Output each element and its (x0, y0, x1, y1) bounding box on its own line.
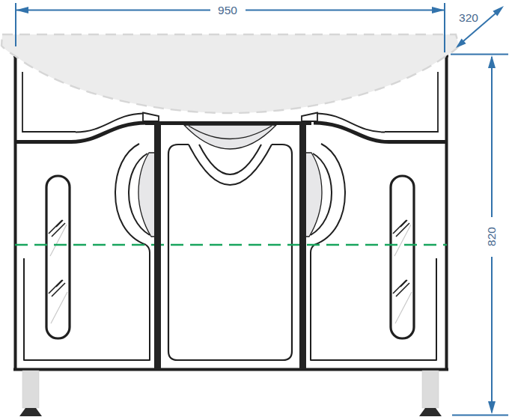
divider-right (299, 122, 306, 369)
arrowhead-bottom (488, 401, 496, 414)
foot-right (419, 408, 442, 416)
dimension-label-width: 950 (218, 4, 237, 16)
leg-right (422, 371, 439, 408)
porthole-left-shading (138, 153, 156, 237)
glass-strip-right (391, 176, 414, 338)
divider-left (154, 122, 161, 369)
arrowhead-right (432, 7, 445, 13)
center-door (168, 125, 292, 360)
legs (19, 371, 442, 416)
vanity-front-elevation: 950 320 820 (0, 0, 509, 420)
pilaster-cap-right (302, 113, 317, 122)
sink-countertop (1, 34, 459, 113)
glass-strip-right-frame (391, 176, 414, 338)
dimension-label-height: 820 (485, 227, 498, 246)
arrowhead-left (16, 7, 28, 13)
center-door-arch-outer (189, 144, 272, 185)
dimension-label-depth: 320 (459, 11, 478, 24)
porthole-right (305, 144, 345, 245)
pilaster-cap-left (143, 113, 159, 122)
porthole-right-shading (305, 153, 322, 237)
sink-bowl-shadow-crescent (184, 125, 276, 149)
technical-drawing-page: 950 320 820 (0, 0, 509, 420)
glass-strip-left (46, 176, 70, 338)
center-door-panel-outline (168, 144, 292, 360)
glass-strip-left-frame (46, 176, 70, 338)
leg-left (22, 371, 39, 408)
door-inner-outlines (24, 245, 436, 360)
porthole-left (115, 144, 156, 245)
left-door-outline (24, 245, 150, 360)
right-door-outline (311, 245, 436, 360)
arrowhead-top (488, 55, 496, 68)
foot-left (19, 408, 42, 416)
dimension-height (451, 55, 508, 416)
